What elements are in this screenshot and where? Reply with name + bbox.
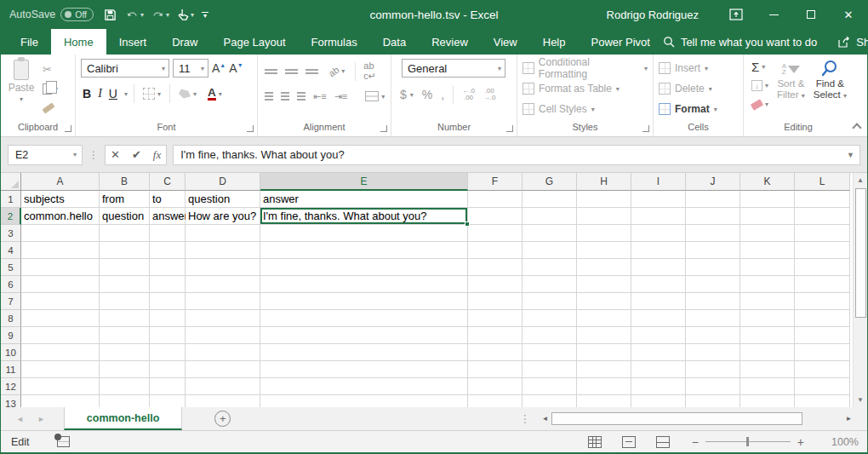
tab-formulas[interactable]: Formulas <box>299 29 370 55</box>
tab-page-layout[interactable]: Page Layout <box>211 29 299 55</box>
cell-K5[interactable] <box>740 259 795 276</box>
cell-H12[interactable] <box>577 378 631 395</box>
cell-J11[interactable] <box>686 361 740 378</box>
cell-E10[interactable] <box>260 344 468 361</box>
clear-button[interactable]: ▾ <box>749 96 771 112</box>
cell-D13[interactable] <box>186 395 260 407</box>
cell-I9[interactable] <box>631 327 686 344</box>
cell-J9[interactable] <box>686 327 740 344</box>
previous-sheet-icon[interactable]: ◄ <box>16 415 24 423</box>
cell-H11[interactable] <box>577 361 631 378</box>
redo-button[interactable]: ▾ <box>151 9 169 20</box>
cell-J2[interactable] <box>686 208 740 225</box>
format-as-table-button[interactable]: Format as Table▾ <box>519 80 651 97</box>
cell-B11[interactable] <box>100 361 150 378</box>
cell-H5[interactable] <box>577 259 631 276</box>
zoom-slider[interactable] <box>705 441 791 442</box>
cell-I12[interactable] <box>631 378 686 395</box>
cell-B5[interactable] <box>100 259 150 276</box>
row-header-10[interactable]: 10 <box>1 344 21 361</box>
cell-E3[interactable] <box>260 225 468 242</box>
decrease-decimal-button[interactable]: .00→.0 <box>483 88 496 101</box>
tell-me-search[interactable]: Tell me what you want to do <box>663 36 817 49</box>
tab-power-pivot[interactable]: Power Pivot <box>579 29 663 55</box>
cell-F6[interactable] <box>468 276 523 293</box>
decrease-indent-button[interactable]: ⇤≡ <box>313 91 327 102</box>
cell-C11[interactable] <box>150 361 186 378</box>
tab-help[interactable]: Help <box>530 29 579 55</box>
paste-dropdown-icon[interactable]: ▾ <box>20 95 23 103</box>
cell-K12[interactable] <box>740 378 795 395</box>
cell-K3[interactable] <box>740 225 795 242</box>
cell-F3[interactable] <box>468 225 523 242</box>
cell-E13[interactable] <box>260 395 468 407</box>
row-header-7[interactable]: 7 <box>1 293 21 310</box>
cell-F8[interactable] <box>468 310 523 327</box>
undo-button[interactable]: ▾ <box>126 9 144 20</box>
cell-H3[interactable] <box>577 225 631 242</box>
cell-B4[interactable] <box>100 242 150 259</box>
next-sheet-icon[interactable]: ► <box>37 415 45 423</box>
cell-A7[interactable] <box>21 293 100 310</box>
horizontal-scrollbar[interactable]: ◄ ► <box>539 407 855 430</box>
cell-I4[interactable] <box>631 242 686 259</box>
zoom-slider-thumb[interactable] <box>746 437 749 446</box>
tab-insert[interactable]: Insert <box>106 29 160 55</box>
autosum-button[interactable]: Σ▾ <box>749 59 771 75</box>
insert-function-button[interactable]: fx <box>153 148 161 162</box>
vertical-scroll-thumb[interactable] <box>855 188 866 318</box>
tab-home[interactable]: Home <box>51 29 106 55</box>
minimize-button[interactable] <box>755 0 792 29</box>
cell-C6[interactable] <box>150 276 186 293</box>
macro-record-icon[interactable] <box>57 436 70 447</box>
cell-J1[interactable] <box>686 191 740 208</box>
cell-L2[interactable] <box>795 208 850 225</box>
cell-F5[interactable] <box>468 259 523 276</box>
row-header-3[interactable]: 3 <box>1 225 21 242</box>
font-size-select[interactable]: 11▾ <box>173 59 208 78</box>
cell-C9[interactable] <box>150 327 186 344</box>
row-header-5[interactable]: 5 <box>1 259 21 276</box>
cell-B7[interactable] <box>100 293 150 310</box>
styles-dialog-launcher-icon[interactable] <box>642 125 649 132</box>
autosave-pill[interactable]: Off <box>60 8 94 21</box>
cell-L6[interactable] <box>795 276 850 293</box>
cell-L1[interactable] <box>795 191 850 208</box>
cell-G6[interactable] <box>523 276 577 293</box>
cell-A8[interactable] <box>21 310 100 327</box>
cell-A9[interactable] <box>21 327 100 344</box>
cell-I10[interactable] <box>631 344 686 361</box>
cell-G10[interactable] <box>523 344 577 361</box>
cell-B8[interactable] <box>100 310 150 327</box>
cell-C4[interactable] <box>150 242 186 259</box>
row-header-6[interactable]: 6 <box>1 276 21 293</box>
cell-L5[interactable] <box>795 259 850 276</box>
page-layout-view-icon[interactable] <box>622 436 636 448</box>
cell-H4[interactable] <box>577 242 631 259</box>
cell-H10[interactable] <box>577 344 631 361</box>
cell-G5[interactable] <box>523 259 577 276</box>
cell-E6[interactable] <box>260 276 468 293</box>
cell-H2[interactable] <box>577 208 631 225</box>
increase-decimal-button[interactable]: ←.0.00 <box>462 88 475 101</box>
undo-dropdown-icon[interactable]: ▾ <box>140 11 144 19</box>
sort-filter-button[interactable]: AZ Sort & Filter ▾ <box>773 57 809 101</box>
fill-color-button[interactable]: ▾ <box>176 85 199 102</box>
cell-J3[interactable] <box>686 225 740 242</box>
cell-C1[interactable]: to <box>150 191 186 208</box>
cell-E11[interactable] <box>260 361 468 378</box>
cell-K2[interactable] <box>740 208 795 225</box>
cell-B2[interactable]: question <box>100 208 150 225</box>
scroll-left-icon[interactable]: ◄ <box>539 412 551 426</box>
row-header-13[interactable]: 13 <box>1 395 21 407</box>
cell-D3[interactable] <box>186 225 260 242</box>
sheet-tab-common-hello[interactable]: common-hello <box>64 407 182 430</box>
cell-C8[interactable] <box>150 310 186 327</box>
cell-D9[interactable] <box>186 327 260 344</box>
cell-C13[interactable] <box>150 395 186 407</box>
cell-I13[interactable] <box>631 395 686 407</box>
comma-style-button[interactable]: , <box>441 88 444 101</box>
cell-B9[interactable] <box>100 327 150 344</box>
row-header-9[interactable]: 9 <box>1 327 21 344</box>
cell-D8[interactable] <box>186 310 260 327</box>
